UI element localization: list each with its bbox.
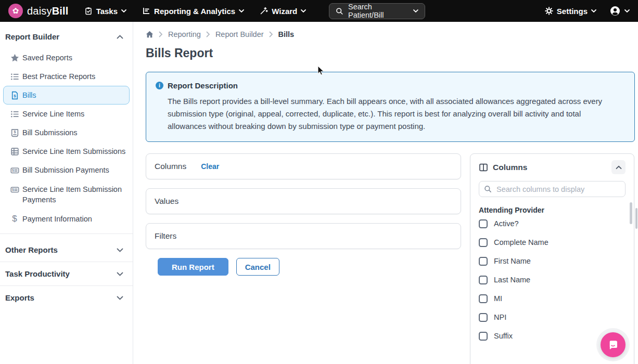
breadcrumb-reporting[interactable]: Reporting [168, 30, 201, 38]
columns-search-input[interactable] [479, 181, 626, 197]
nav-tasks[interactable]: Tasks [84, 7, 126, 16]
top-navbar: ✿ daisyBill Tasks Reporting & Analytics … [0, 0, 638, 22]
chevron-up-icon [117, 35, 123, 39]
bar-chart-icon [142, 7, 150, 15]
sidebar-item-service-line-item-submissions[interactable]: Service Line Item Submissions [3, 142, 130, 161]
checkbox[interactable] [479, 219, 488, 228]
search-icon [336, 7, 343, 15]
search-patient-bill[interactable]: Search Patient/Bill [329, 3, 425, 19]
sidebar-item-label: Bill Submissions [22, 128, 78, 137]
column-option-complete-name[interactable]: Complete Name [479, 233, 626, 252]
clipboard-icon [84, 7, 93, 15]
values-dropzone[interactable]: Values [146, 188, 461, 214]
checkbox[interactable] [479, 257, 488, 266]
sidebar-item-label: Service Line Items [22, 110, 84, 118]
payment-card-icon: $ [10, 185, 19, 194]
chevron-right-icon [269, 31, 273, 37]
page-scrollbar-thumb[interactable] [635, 208, 637, 229]
sidebar-item-service-line-item-submission-payments[interactable]: $ Service Line Item Submission Payments [3, 179, 130, 210]
user-avatar-icon [610, 6, 620, 16]
sidebar-item-service-line-items[interactable]: Service Line Items [3, 105, 130, 123]
sidebar-item-label: Bill Submission Payments [22, 166, 109, 174]
column-option-active[interactable]: Active? [479, 214, 626, 233]
column-option-npi[interactable]: NPI [479, 308, 626, 327]
nav-wizard[interactable]: Wizard [260, 7, 306, 16]
checkbox[interactable] [479, 294, 488, 303]
payment-card-icon: $ [10, 165, 19, 175]
breadcrumb-report-builder[interactable]: Report Builder [215, 30, 264, 38]
section-title: Task Productivity [5, 269, 70, 278]
run-report-button[interactable]: Run Report [158, 258, 228, 276]
grid-icon [10, 147, 19, 156]
column-option-label: First Name [494, 257, 531, 265]
report-description-body: The Bills report provides a bill-level s… [168, 95, 621, 133]
navbar-right: Settings [545, 6, 630, 16]
form-actions: Run Report Cancel [146, 258, 461, 276]
nav-tasks-label: Tasks [96, 7, 118, 16]
chevron-down-icon [117, 248, 123, 252]
columns-list-scrollbar[interactable] [630, 202, 632, 224]
svg-text:$: $ [14, 129, 16, 134]
chevron-down-icon [117, 296, 123, 300]
checkbox[interactable] [479, 238, 488, 247]
chevron-down-icon [413, 9, 418, 12]
main-content: Reporting Report Builder Bills Bills Rep… [133, 22, 638, 364]
dollar-icon: $ [10, 214, 19, 224]
nav-settings[interactable]: Settings [545, 7, 596, 16]
sidebar-divider [0, 285, 133, 286]
column-option-first-name[interactable]: First Name [479, 252, 626, 270]
chevron-down-icon [591, 9, 596, 12]
checkbox[interactable] [479, 332, 488, 341]
star-icon [10, 53, 19, 62]
sidebar-item-payment-information[interactable]: $ Payment Information [3, 210, 130, 228]
cancel-button[interactable]: Cancel [236, 258, 279, 276]
sidebar-divider [0, 233, 133, 234]
bill-document-icon: $ [10, 90, 19, 100]
sidebar-item-saved-reports[interactable]: Saved Reports [3, 48, 130, 67]
chat-launcher-button[interactable] [601, 332, 626, 357]
breadcrumb-bills: Bills [278, 30, 295, 38]
sidebar-section-other-reports[interactable]: Other Reports [0, 239, 133, 261]
chat-widget-halo [596, 328, 630, 361]
section-title: Other Reports [5, 245, 58, 254]
column-option-label: Suffix [494, 332, 513, 340]
sidebar-section-exports[interactable]: Exports [0, 287, 133, 308]
columns-picker-title: Columns [493, 163, 527, 172]
column-option-last-name[interactable]: Last Name [479, 270, 626, 289]
columns-picker-header: Columns [479, 160, 626, 174]
column-option-label: NPI [494, 313, 506, 321]
columns-search [479, 181, 626, 197]
chevron-down-icon [624, 9, 630, 12]
breadcrumb: Reporting Report Builder Bills [146, 30, 636, 38]
checkbox[interactable] [479, 276, 488, 284]
home-icon[interactable] [146, 31, 154, 38]
clear-columns-link[interactable]: Clear [201, 162, 219, 171]
nav-user-menu[interactable] [610, 6, 630, 16]
sidebar-item-label: Service Line Item Submissions [22, 147, 125, 155]
search-label: Search Patient/Bill [348, 3, 409, 19]
svg-text:$: $ [14, 94, 16, 98]
chevron-down-icon [301, 9, 306, 12]
chevron-down-icon [121, 9, 126, 12]
columns-dropzone[interactable]: Columns Clear [146, 153, 461, 179]
sidebar-item-bills[interactable]: $ Bills [3, 86, 130, 105]
brand-logo[interactable]: ✿ daisyBill [8, 4, 69, 18]
sidebar-item-bill-submissions[interactable]: $ Bill Submissions [3, 123, 130, 142]
column-option-mi[interactable]: MI [479, 289, 626, 308]
info-icon: i [156, 82, 163, 89]
checkbox[interactable] [479, 313, 488, 322]
sidebar-item-best-practice-reports[interactable]: Best Practice Reports [3, 67, 130, 86]
sidebar-section-task-productivity[interactable]: Task Productivity [0, 263, 133, 284]
column-option-label: Last Name [494, 276, 530, 284]
section-title: Exports [5, 293, 34, 302]
chevron-right-icon [159, 31, 163, 37]
sidebar-section-report-builder[interactable]: Report Builder [0, 28, 133, 45]
filters-dropzone[interactable]: Filters [146, 223, 461, 249]
report-description-box: i Report Description The Bills report pr… [146, 72, 635, 142]
svg-text:$: $ [11, 188, 14, 192]
sidebar-item-bill-submission-payments[interactable]: $ Bill Submission Payments [3, 161, 130, 179]
sidebar-divider [0, 262, 133, 262]
list-icon [10, 72, 19, 81]
nav-reporting-analytics[interactable]: Reporting & Analytics [142, 7, 244, 16]
collapse-columns-button[interactable] [611, 160, 626, 174]
